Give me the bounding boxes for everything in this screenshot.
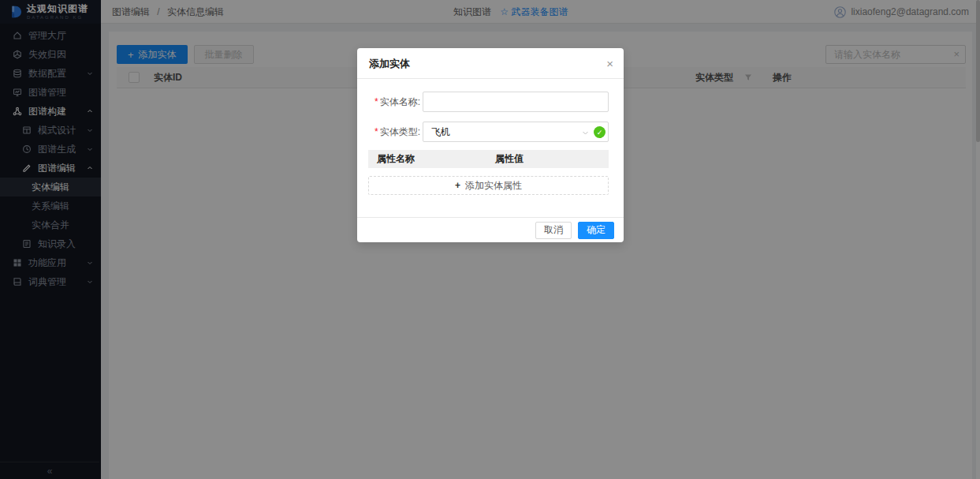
add-entity-property-button[interactable]: + 添加实体属性 [368,176,609,195]
entity-type-select[interactable]: 飞机 ✓ [423,122,609,142]
entity-name-row: *实体名称: [368,92,609,112]
entity-type-row: *实体类型: 飞机 ✓ [368,122,609,142]
entity-name-label: 实体名称: [380,96,420,107]
modal-title: 添加实体 [369,58,410,69]
entity-type-value: 飞机 [431,125,450,139]
chevron-down-icon [582,129,589,137]
required-mark: * [374,126,378,137]
entity-name-input[interactable] [423,92,609,112]
required-mark: * [374,96,378,107]
plus-icon: + [455,180,460,191]
column-property-value: 属性值 [495,152,524,166]
modal-body: *实体名称: *实体类型: 飞机 ✓ 属性名称 属性值 + 添加实体属性 [357,79,624,195]
cancel-button[interactable]: 取消 [535,222,572,239]
confirm-button[interactable]: 确定 [578,222,614,239]
column-property-name: 属性名称 [368,152,495,166]
close-icon[interactable]: × [606,48,613,79]
modal-footer: 取消 确定 [357,217,624,242]
add-entity-modal: 添加实体 × *实体名称: *实体类型: 飞机 ✓ 属性名称 属性值 + 添加实… [357,48,624,242]
entity-type-label: 实体类型: [380,126,420,137]
modal-header: 添加实体 × [357,48,624,79]
property-table-header: 属性名称 属性值 [368,150,609,168]
validated-check-icon: ✓ [594,126,606,138]
